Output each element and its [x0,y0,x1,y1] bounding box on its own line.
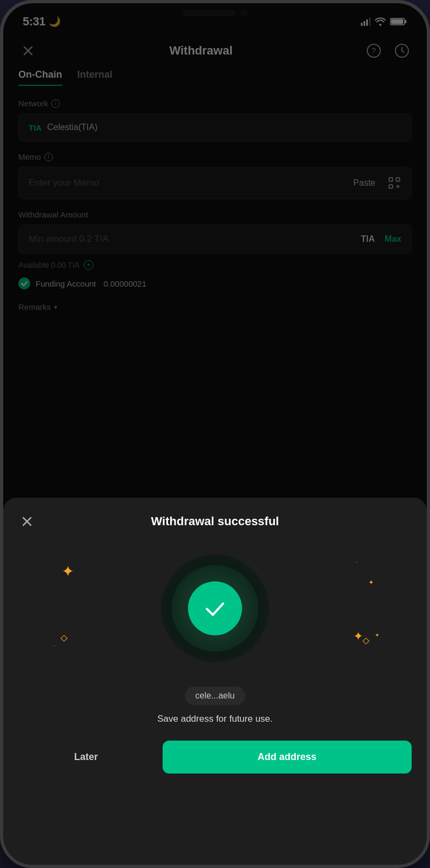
success-animation: ✦ · ✦ · ✦ · ✦ · [18,546,412,670]
sparkle-icon-2: · [355,557,358,566]
sparkle-icon-3: ✦ [368,579,374,586]
sparkle-icon-6: · [45,595,46,600]
save-address-text: Save address for future use. [157,714,273,724]
success-middle-ring [172,565,258,652]
success-check-circle [188,581,242,635]
success-content: cele...aelu Save address for future use. [18,687,412,724]
sparkle-icon-7: ✦ [375,632,379,638]
sparkle-icon-4: · [53,643,55,649]
sparkle-icon-1: ✦ [62,562,74,580]
modal-header: Withdrawal successful [18,513,412,530]
sparkle-icon-5: ✦ [353,629,363,643]
address-text: cele...aelu [196,691,235,701]
diamond-icon-1 [61,635,68,642]
add-address-button[interactable]: Add address [163,741,412,774]
address-pill: cele...aelu [185,687,246,705]
success-outer-ring [161,554,269,662]
withdrawal-success-modal: Withdrawal successful ✦ · ✦ · ✦ · ✦ · [3,498,427,865]
diamond-icon-2 [362,638,369,645]
sparkle-icon-8: · [105,573,106,578]
modal-title: Withdrawal successful [36,514,394,528]
modal-close-button[interactable] [18,513,36,530]
modal-buttons: Later Add address [18,724,412,795]
later-button[interactable]: Later [18,741,154,774]
